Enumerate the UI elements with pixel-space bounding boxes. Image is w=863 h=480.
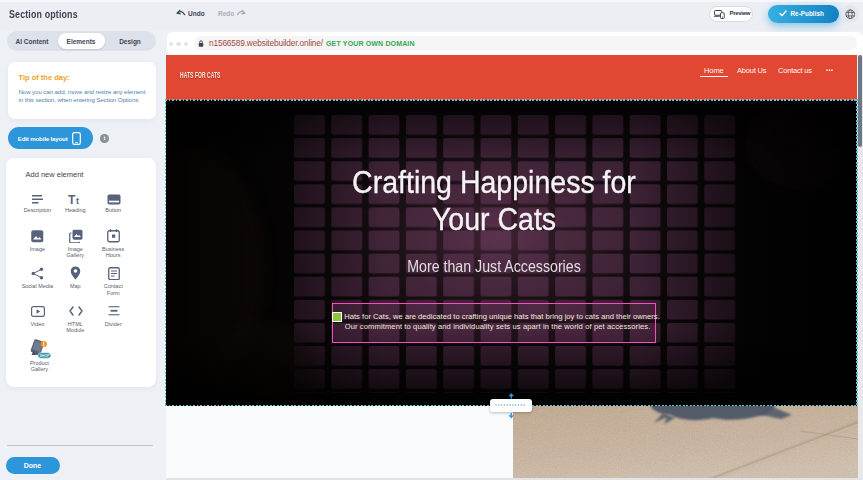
svg-text:SHOP: SHOP bbox=[39, 354, 50, 358]
svg-text:T: T bbox=[68, 193, 76, 206]
svg-text:t: t bbox=[76, 195, 79, 205]
